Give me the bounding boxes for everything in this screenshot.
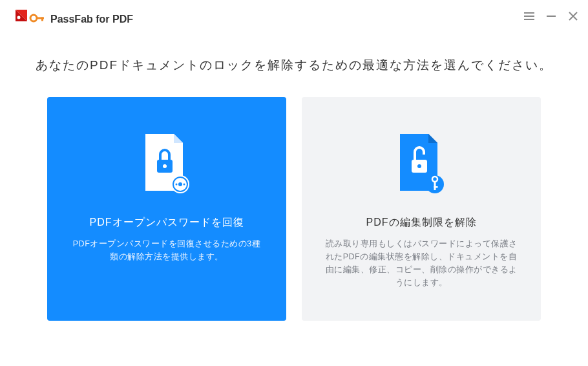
menu-icon[interactable] — [522, 9, 536, 23]
recover-password-desc: PDFオープンパスワードを回復させるための3種類の解除方法を提供します。 — [63, 237, 271, 263]
remove-restriction-card[interactable]: PDFの編集制限を解除 読み取り専用もしくはパスワードによって保護されたPDFの… — [302, 97, 541, 321]
svg-rect-3 — [41, 17, 43, 21]
svg-point-16 — [184, 184, 185, 186]
close-icon[interactable] — [566, 9, 580, 23]
recover-password-title: PDFオープンパスワードを回復 — [90, 216, 244, 230]
option-cards: PDFオープンパスワードを回復 PDFオープンパスワードを回復させるための3種類… — [0, 97, 588, 321]
svg-point-15 — [176, 184, 178, 186]
svg-point-11 — [163, 164, 167, 168]
svg-point-18 — [417, 164, 421, 168]
remove-restriction-desc: 読み取り専用もしくはパスワードによって保護されたPDFの編集状態を解除し、ドキュ… — [317, 237, 525, 289]
remove-restriction-title: PDFの編集制限を解除 — [366, 216, 477, 230]
recover-password-card[interactable]: PDFオープンパスワードを回復 PDFオープンパスワードを回復させるための3種類… — [47, 97, 286, 321]
svg-rect-21 — [434, 181, 436, 190]
svg-point-1 — [30, 15, 37, 21]
minimize-icon[interactable] — [544, 9, 558, 23]
app-logo-icon — [13, 8, 45, 30]
logo-group: PassFab for PDF — [13, 8, 133, 30]
titlebar: PassFab for PDF — [0, 0, 588, 39]
svg-rect-22 — [434, 186, 438, 188]
svg-point-14 — [178, 182, 182, 186]
svg-point-0 — [17, 16, 21, 19]
app-title: PassFab for PDF — [50, 14, 133, 25]
recover-password-icon — [138, 128, 196, 199]
page-heading: あなたのPDFドキュメントのロックを解除するための最適な方法を選んでください。 — [0, 57, 588, 74]
window-controls — [522, 9, 580, 23]
remove-restriction-icon — [392, 128, 450, 199]
